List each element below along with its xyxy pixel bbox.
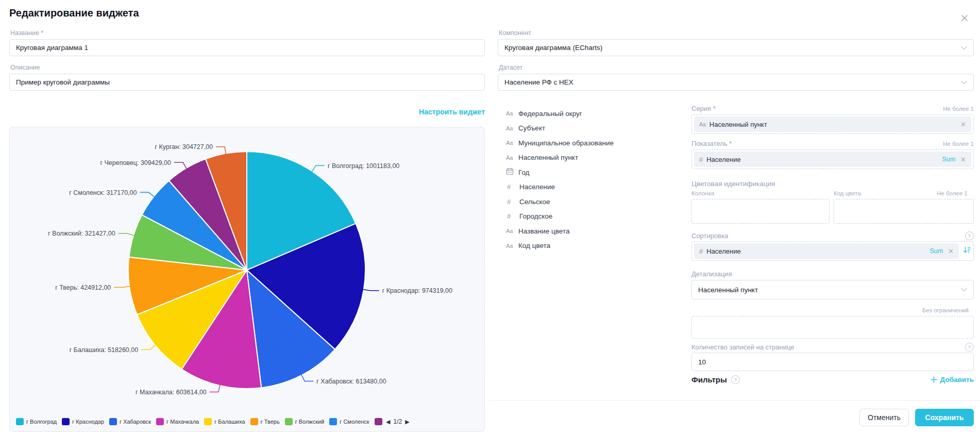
legend-label: г Хабаровск bbox=[120, 419, 151, 425]
legend-label: г Махачкала bbox=[166, 419, 199, 425]
text-type-icon: Aa bbox=[506, 243, 518, 249]
legend-swatch bbox=[204, 418, 212, 425]
color-column-field[interactable] bbox=[691, 199, 830, 224]
save-button[interactable]: Сохранить bbox=[915, 409, 974, 426]
configure-widget-link[interactable]: Настроить виджет bbox=[419, 108, 485, 116]
dataset-select[interactable]: Население РФ с HEX bbox=[498, 74, 974, 91]
dataset-value: Население РФ с HEX bbox=[504, 78, 573, 86]
remove-icon[interactable]: ✕ bbox=[960, 121, 966, 128]
pie-slice-label: г Махачкала: 603614,00 bbox=[136, 389, 207, 396]
dataset-field-label: Городское bbox=[519, 212, 552, 220]
dataset-field-item[interactable]: #Городское bbox=[506, 209, 676, 224]
aggregation-badge[interactable]: Sum bbox=[930, 247, 943, 255]
dataset-field-item[interactable]: #Население bbox=[506, 180, 676, 195]
legend-item[interactable]: г Тверь bbox=[250, 418, 280, 425]
component-value: Круговая диаграмма (ECharts) bbox=[504, 44, 602, 52]
chevron-down-icon bbox=[961, 46, 967, 50]
pie-slice-label: г Смоленск: 317170,00 bbox=[69, 189, 137, 196]
sorting-chip[interactable]: # Население Sum ✕ bbox=[694, 243, 959, 259]
help-icon[interactable]: ? bbox=[965, 231, 974, 240]
pie-label-line bbox=[174, 162, 187, 169]
legend-page-indicator: 1/2 bbox=[393, 418, 402, 425]
legend-pager: ◀ 1/2 ▶ bbox=[386, 418, 410, 425]
text-type-icon: Aa bbox=[506, 228, 518, 234]
legend-label: г Краснодар bbox=[72, 419, 104, 425]
series-field[interactable]: Aa Населенный пункт ✕ bbox=[691, 114, 974, 134]
aggregation-badge[interactable]: Sum bbox=[942, 156, 955, 163]
dataset-field-item[interactable]: AaФедеральный округ bbox=[506, 106, 676, 121]
metric-chip[interactable]: # Население Sum ✕ bbox=[694, 152, 971, 167]
legend-swatch bbox=[375, 418, 382, 425]
number-type-icon: # bbox=[699, 247, 703, 255]
name-label: Название * bbox=[10, 29, 43, 37]
number-type-icon: # bbox=[506, 183, 519, 191]
description-input[interactable] bbox=[9, 74, 485, 91]
page-size-input[interactable] bbox=[691, 353, 974, 371]
series-chip[interactable]: Aa Населенный пункт ✕ bbox=[694, 116, 971, 132]
legend-prev-icon[interactable]: ◀ bbox=[386, 419, 390, 425]
detail-select[interactable]: Населенный пункт bbox=[691, 280, 974, 299]
legend-swatch bbox=[285, 418, 293, 425]
color-code-field[interactable] bbox=[834, 199, 974, 224]
legend-next-icon[interactable]: ▶ bbox=[405, 419, 409, 425]
color-ident-limit: Не более 1 bbox=[937, 190, 968, 196]
legend-item[interactable]: г Смоленск bbox=[329, 418, 369, 425]
legend-item[interactable]: г Волжский bbox=[285, 418, 325, 425]
help-icon[interactable]: ? bbox=[731, 375, 740, 384]
dataset-field-item[interactable]: AaМуниципальное образование bbox=[506, 136, 676, 151]
pie-label-line bbox=[141, 345, 156, 350]
dataset-field-item[interactable]: #Сельское bbox=[506, 194, 676, 209]
metric-label: Показатель * bbox=[691, 140, 732, 147]
cancel-button[interactable]: Отменить bbox=[859, 409, 909, 426]
sorting-label: Сортировка bbox=[691, 232, 728, 240]
remove-icon[interactable]: ✕ bbox=[948, 248, 954, 255]
name-input[interactable] bbox=[9, 39, 485, 56]
dataset-field-item[interactable]: AaСубъект bbox=[506, 121, 676, 136]
pie-slice-label: г Череповец: 309429,00 bbox=[100, 159, 171, 166]
add-filter-button[interactable]: Добавить bbox=[931, 376, 974, 383]
text-type-icon: Aa bbox=[506, 155, 518, 161]
dataset-field-label: Федеральный округ bbox=[518, 110, 582, 118]
legend-item[interactable]: г Махачкала bbox=[156, 418, 199, 425]
close-icon[interactable] bbox=[960, 13, 969, 25]
dataset-field-item[interactable]: AaНаселенный пункт bbox=[506, 151, 676, 165]
series-label: Серия * bbox=[691, 105, 716, 112]
page-title: Редактирование виджета bbox=[9, 7, 139, 19]
chevron-down-icon bbox=[961, 288, 967, 292]
legend-item[interactable]: г Краснодар bbox=[62, 418, 104, 425]
text-type-icon: Aa bbox=[506, 110, 518, 116]
dataset-field-item[interactable]: Год bbox=[506, 165, 676, 180]
legend-label: г Волгоград bbox=[26, 419, 57, 425]
pie-label-line bbox=[312, 165, 325, 172]
sort-descending-icon[interactable] bbox=[963, 246, 971, 256]
legend-item[interactable]: г Балашиха bbox=[204, 418, 245, 425]
dataset-field-label: Сельское bbox=[519, 198, 550, 206]
pie-chart[interactable]: г Волгоград: 1001183,00г Краснодар: 9743… bbox=[10, 127, 484, 431]
series-chip-text: Населенный пункт bbox=[709, 121, 767, 128]
metric-field[interactable]: # Население Sum ✕ bbox=[691, 149, 974, 169]
legend-swatch bbox=[62, 418, 70, 425]
sorting-field[interactable]: # Население Sum ✕ bbox=[691, 241, 974, 261]
legend-item[interactable]: г Волгоград bbox=[16, 418, 57, 425]
dataset-fields-list: AaФедеральный округAaСубъектAaМуниципаль… bbox=[506, 106, 676, 253]
description-label: Описание bbox=[10, 64, 40, 71]
number-type-icon: # bbox=[506, 198, 519, 206]
remove-icon[interactable]: ✕ bbox=[960, 156, 966, 163]
legend-swatch bbox=[16, 418, 24, 425]
legend-label: г Балашиха bbox=[214, 419, 245, 425]
dataset-field-item[interactable]: AaНазвание цвета bbox=[506, 224, 676, 239]
number-type-icon: # bbox=[699, 156, 703, 163]
component-select[interactable]: Круговая диаграмма (ECharts) bbox=[498, 39, 974, 56]
help-icon[interactable]: ? bbox=[965, 343, 974, 352]
pie-label-line bbox=[301, 374, 313, 381]
pie-slice-label: г Волжский: 321427,00 bbox=[48, 230, 115, 237]
detail-value: Населенный пункт bbox=[698, 286, 758, 294]
dataset-field-label: Год bbox=[518, 169, 530, 176]
component-label: Компонент bbox=[499, 29, 531, 37]
extra-field[interactable] bbox=[691, 316, 974, 339]
dataset-field-label: Субъект bbox=[518, 124, 545, 132]
dataset-field-item[interactable]: AaКод цвета bbox=[506, 239, 676, 254]
no-limit-label: Без ограничений bbox=[922, 307, 969, 313]
legend-item[interactable]: г Череповец bbox=[375, 418, 383, 425]
legend-item[interactable]: г Хабаровск bbox=[109, 418, 151, 425]
